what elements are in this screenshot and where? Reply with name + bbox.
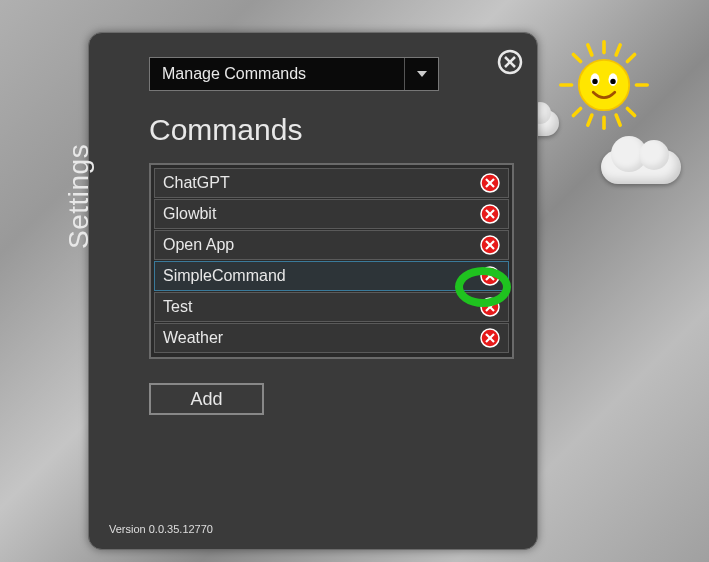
svg-point-15 xyxy=(592,79,597,84)
svg-point-12 xyxy=(579,60,629,110)
chevron-down-icon xyxy=(404,58,438,90)
command-label: Open App xyxy=(163,236,480,254)
delete-icon xyxy=(480,297,500,317)
command-label: Weather xyxy=(163,329,480,347)
commands-list: ChatGPTGlowbitOpen AppSimpleCommandTestW… xyxy=(149,163,514,359)
delete-button[interactable] xyxy=(480,297,500,317)
delete-button[interactable] xyxy=(480,173,500,193)
dropdown-selected-label: Manage Commands xyxy=(162,65,306,83)
svg-line-4 xyxy=(573,54,580,61)
version-label: Version 0.0.35.12770 xyxy=(109,523,213,535)
section-heading: Commands xyxy=(149,113,302,147)
delete-button[interactable] xyxy=(480,235,500,255)
sun-decoration xyxy=(559,40,649,130)
cloud-decoration xyxy=(601,150,681,184)
svg-point-16 xyxy=(610,79,615,84)
delete-icon xyxy=(480,204,500,224)
command-row[interactable]: Weather xyxy=(154,323,509,353)
delete-icon xyxy=(480,266,500,286)
command-label: ChatGPT xyxy=(163,174,480,192)
mode-dropdown[interactable]: Manage Commands xyxy=(149,57,439,91)
delete-icon xyxy=(480,235,500,255)
command-row[interactable]: ChatGPT xyxy=(154,168,509,198)
command-row[interactable]: Test xyxy=(154,292,509,322)
add-button-label: Add xyxy=(190,389,222,410)
svg-line-7 xyxy=(573,108,580,115)
svg-line-9 xyxy=(588,45,592,55)
delete-button[interactable] xyxy=(480,328,500,348)
svg-line-8 xyxy=(616,45,620,55)
svg-line-11 xyxy=(616,115,620,125)
settings-panel: Settings Manage Commands Commands ChatGP… xyxy=(88,32,538,550)
command-row[interactable]: Glowbit xyxy=(154,199,509,229)
delete-button[interactable] xyxy=(480,204,500,224)
delete-button[interactable] xyxy=(480,266,500,286)
command-row[interactable]: Open App xyxy=(154,230,509,260)
command-label: Test xyxy=(163,298,480,316)
close-button[interactable] xyxy=(497,49,523,75)
add-button[interactable]: Add xyxy=(149,383,264,415)
delete-icon xyxy=(480,173,500,193)
panel-title: Settings xyxy=(63,144,95,249)
delete-icon xyxy=(480,328,500,348)
command-label: Glowbit xyxy=(163,205,480,223)
command-row[interactable]: SimpleCommand xyxy=(154,261,509,291)
svg-line-6 xyxy=(627,54,634,61)
command-label: SimpleCommand xyxy=(163,267,480,285)
close-icon xyxy=(497,49,523,75)
svg-line-10 xyxy=(588,115,592,125)
svg-line-5 xyxy=(627,108,634,115)
